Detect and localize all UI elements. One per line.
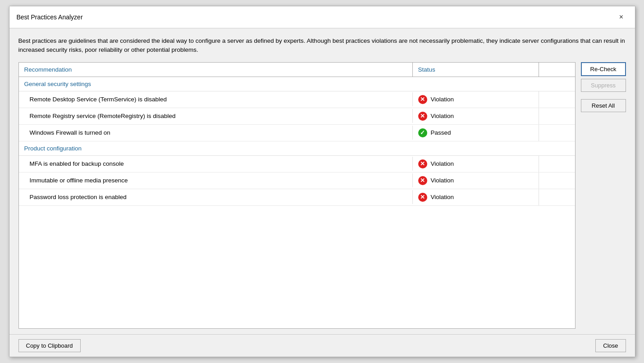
close-button[interactable]: Close [595, 339, 626, 352]
suppress-button[interactable]: Suppress [581, 79, 626, 92]
recheck-button[interactable]: Re-Check [581, 62, 626, 76]
cell-recommendation: Password loss protection is enabled [19, 190, 413, 204]
description-text: Best practices are guidelines that are c… [18, 36, 626, 55]
cell-recommendation: MFA is enabled for backup console [19, 157, 413, 171]
table-body: General security settingsRemote Desktop … [19, 77, 575, 329]
violation-icon: ✕ [418, 95, 427, 104]
content-area: Recommendation Status General security s… [18, 62, 626, 329]
table-row-row-remote-registry[interactable]: Remote Registry service (RemoteRegistry)… [19, 108, 575, 125]
violation-icon: ✕ [418, 193, 427, 202]
table-row-row-firewall[interactable]: Windows Firewall is turned on✓Passed [19, 125, 575, 141]
cell-status: ✕Violation [413, 172, 539, 189]
cell-recommendation: Remote Desktop Service (TermService) is … [19, 92, 413, 106]
cell-status: ✕Violation [413, 189, 539, 205]
cell-status: ✕Violation [413, 91, 539, 108]
col-header-status: Status [413, 63, 539, 77]
violation-icon: ✕ [418, 112, 427, 121]
side-buttons: Re-Check Suppress Reset All [581, 62, 626, 329]
dialog-title: Best Practices Analyzer [17, 14, 83, 21]
cell-status: ✕Violation [413, 108, 539, 124]
cell-recommendation: Immutable or offline media presence [19, 173, 413, 187]
status-text: Violation [431, 96, 454, 103]
cell-status: ✕Violation [413, 156, 539, 172]
cell-recommendation: Remote Registry service (RemoteRegistry)… [19, 109, 413, 123]
status-text: Violation [431, 177, 454, 184]
cell-status: ✓Passed [413, 125, 539, 141]
table-panel: Recommendation Status General security s… [18, 62, 575, 329]
status-text: Passed [431, 129, 451, 136]
table-row-row-immutable[interactable]: Immutable or offline media presence✕Viol… [19, 172, 575, 189]
status-text: Violation [431, 194, 454, 200]
copy-to-clipboard-button[interactable]: Copy to Clipboard [18, 339, 81, 352]
dialog-body: Best practices are guidelines that are c… [9, 28, 635, 334]
best-practices-dialog: Best Practices Analyzer × Best practices… [9, 6, 635, 357]
col-header-recommendation: Recommendation [19, 63, 413, 77]
dialog-footer: Copy to Clipboard Close [9, 334, 635, 357]
table-header: Recommendation Status [19, 63, 575, 77]
table-row-row-password[interactable]: Password loss protection is enabled✕Viol… [19, 189, 575, 206]
table-row-row-term-service[interactable]: Remote Desktop Service (TermService) is … [19, 91, 575, 108]
violation-icon: ✕ [418, 159, 427, 168]
table-row-row-mfa[interactable]: MFA is enabled for backup console✕Violat… [19, 156, 575, 172]
cell-recommendation: Windows Firewall is turned on [19, 126, 413, 140]
section-header-general-security-settings: General security settings [19, 77, 575, 91]
violation-icon: ✕ [418, 176, 427, 185]
passed-icon: ✓ [418, 128, 427, 137]
title-bar: Best Practices Analyzer × [9, 6, 635, 28]
reset-all-button[interactable]: Reset All [581, 99, 626, 112]
dialog-close-button[interactable]: × [615, 11, 628, 23]
status-text: Violation [431, 113, 454, 119]
status-text: Violation [431, 160, 454, 167]
col-header-extra [539, 63, 575, 77]
section-header-product-configuration: Product configuration [19, 141, 575, 156]
